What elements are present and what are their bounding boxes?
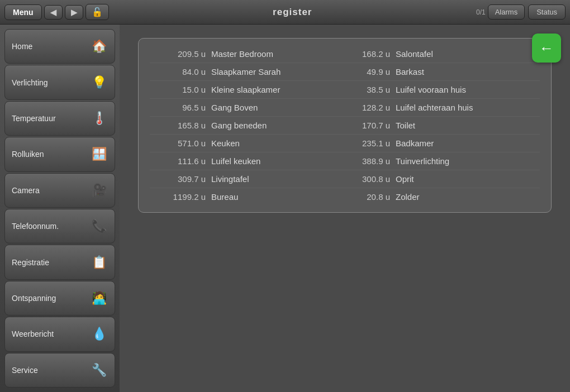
register-value-right: 388.9 u	[334, 156, 396, 166]
register-value-right: 38.5 u	[334, 85, 396, 94]
temperatuur-icon: 🌡️	[90, 111, 108, 126]
register-value-right: 128.2 u	[334, 103, 396, 112]
register-name-right: Zolder	[396, 192, 540, 202]
rolluiken-icon: 🪟	[90, 147, 108, 161]
ontspanning-icon: 🧑‍💻	[90, 291, 108, 305]
register-name-left: Master Bedroom	[211, 49, 334, 59]
table-row: 309.7 uLivingtafel300.8 uOprit	[150, 170, 540, 188]
sidebar-item-service[interactable]: Service🔧	[4, 353, 115, 388]
home-icon: 🏠	[90, 39, 108, 54]
sidebar-item-label: Home	[12, 42, 32, 51]
sidebar-item-weerbericht[interactable]: Weerbericht💧	[4, 317, 115, 351]
register-value-right: 300.8 u	[334, 174, 396, 184]
register-value-left: 165.8 u	[150, 121, 211, 130]
register-value-left: 84.0 u	[150, 67, 211, 77]
register-name-right: Luifel vooraan huis	[396, 85, 540, 94]
table-row: 15.0 uKleine slaapkamer38.5 uLuifel voor…	[150, 81, 540, 99]
register-value-left: 96.5 u	[150, 103, 211, 112]
register-name-right: Tuinverlichting	[396, 156, 540, 166]
sidebar-item-label: Ontspanning	[12, 294, 56, 303]
register-value-right: 49.9 u	[334, 67, 396, 77]
register-value-left: 1199.2 u	[150, 192, 211, 202]
register-name-left: Bureau	[211, 192, 334, 202]
weerbericht-icon: 💧	[90, 327, 108, 341]
topbar: Menu ◀ ▶ 🔓 register 0/1 Alarms Status	[0, 0, 570, 25]
sidebar-item-rolluiken[interactable]: Rolluiken🪟	[4, 137, 115, 171]
sidebar-item-label: Telefoonnum.	[12, 222, 59, 231]
sidebar-item-camera[interactable]: Camera🎥	[4, 173, 115, 208]
register-name-left: Gang Boven	[211, 103, 334, 112]
alarm-count: 0/1	[476, 8, 486, 16]
sidebar-item-label: Registratie	[12, 258, 49, 267]
sidebar-item-label: Rolluiken	[12, 150, 44, 159]
register-name-right: Luifel achteraan huis	[396, 103, 540, 112]
register-name-left: Livingtafel	[211, 174, 334, 184]
sidebar-item-home[interactable]: Home🏠	[4, 29, 115, 64]
register-name-left: Luifel keuken	[211, 156, 334, 166]
content-area: ← 209.5 uMaster Bedroom168.2 uSalontafel…	[120, 25, 570, 392]
register-value-left: 15.0 u	[150, 85, 211, 94]
telefoonnum-icon: 📞	[90, 219, 108, 233]
register-name-right: Barkast	[396, 67, 540, 77]
back-button[interactable]: ←	[532, 34, 561, 63]
registratie-icon: 📋	[90, 255, 108, 270]
table-row: 84.0 uSlaapkamer Sarah49.9 uBarkast	[150, 63, 540, 81]
sidebar-item-label: Temperatuur	[12, 114, 56, 123]
register-name-right: Badkamer	[396, 138, 540, 148]
service-icon: 🔧	[90, 363, 108, 377]
table-row: 571.0 uKeuken235.1 uBadkamer	[150, 135, 540, 152]
table-row: 209.5 uMaster Bedroom168.2 uSalontafel	[150, 45, 540, 63]
register-name-left: Gang beneden	[211, 121, 334, 130]
forward-nav-button[interactable]: ▶	[65, 5, 83, 20]
register-value-right: 168.2 u	[334, 49, 396, 59]
menu-button[interactable]: Menu	[4, 4, 42, 20]
register-value-left: 111.6 u	[150, 156, 211, 166]
main-layout: Home🏠Verlichting💡Temperatuur🌡️Rolluiken🪟…	[0, 25, 570, 392]
register-name-left: Keuken	[211, 138, 334, 148]
table-row: 96.5 uGang Boven128.2 uLuifel achteraan …	[150, 99, 540, 117]
register-name-right: Salontafel	[396, 49, 540, 59]
status-button[interactable]: Status	[528, 4, 566, 20]
sidebar-item-telefoonnum[interactable]: Telefoonnum.📞	[4, 209, 115, 243]
sidebar-item-ontspanning[interactable]: Ontspanning🧑‍💻	[4, 281, 115, 315]
table-row: 1199.2 uBureau20.8 uZolder	[150, 188, 540, 205]
register-value-right: 170.7 u	[334, 121, 396, 130]
alarms-button[interactable]: Alarms	[488, 4, 525, 20]
sidebar-item-label: Service	[12, 366, 38, 375]
register-name-right: Toilet	[396, 121, 540, 130]
camera-icon: 🎥	[90, 183, 108, 198]
sidebar-item-registratie[interactable]: Registratie📋	[4, 245, 115, 279]
register-value-left: 209.5 u	[150, 49, 211, 59]
register-value-left: 309.7 u	[150, 174, 211, 184]
register-value-left: 571.0 u	[150, 138, 211, 148]
table-row: 111.6 uLuifel keuken388.9 uTuinverlichti…	[150, 152, 540, 170]
back-nav-button[interactable]: ◀	[44, 5, 63, 20]
verlichting-icon: 💡	[90, 75, 108, 90]
page-title: register	[109, 7, 476, 18]
sidebar-item-label: Verlichting	[12, 78, 48, 87]
sidebar: Home🏠Verlichting💡Temperatuur🌡️Rolluiken🪟…	[0, 25, 120, 392]
register-name-right: Oprit	[396, 174, 540, 184]
register-panel: 209.5 uMaster Bedroom168.2 uSalontafel84…	[138, 38, 552, 213]
sidebar-item-label: Weerbericht	[12, 329, 54, 338]
register-name-left: Kleine slaapkamer	[211, 85, 334, 94]
register-value-right: 20.8 u	[334, 192, 396, 202]
sidebar-item-verlichting[interactable]: Verlichting💡	[4, 65, 115, 99]
register-value-right: 235.1 u	[334, 138, 396, 148]
table-row: 165.8 uGang beneden170.7 uToilet	[150, 117, 540, 135]
sidebar-item-label: Camera	[12, 186, 40, 195]
register-name-left: Slaapkamer Sarah	[211, 67, 334, 77]
lock-button[interactable]: 🔓	[86, 4, 109, 20]
sidebar-item-temperatuur[interactable]: Temperatuur🌡️	[4, 101, 115, 136]
